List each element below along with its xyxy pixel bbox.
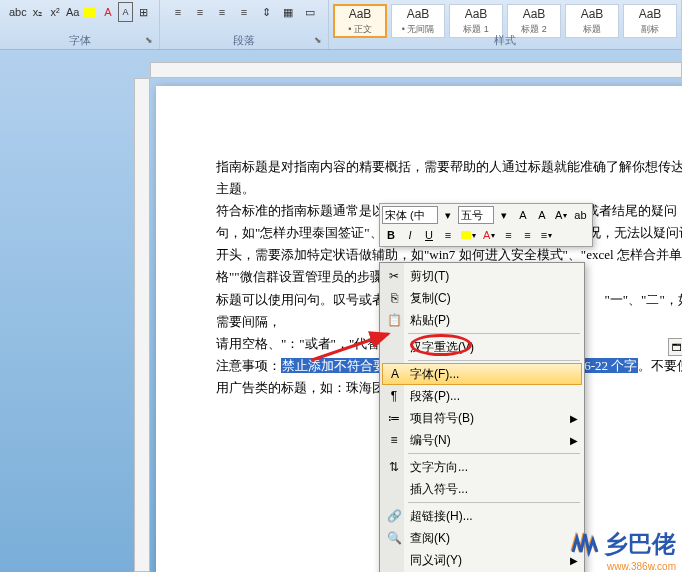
menu-item-insert-symbol[interactable]: 插入符号... xyxy=(382,478,582,500)
watermark-text: 乡巴佬 xyxy=(604,528,676,560)
watermark-url: www.386w.com xyxy=(607,561,676,572)
horizontal-ruler[interactable] xyxy=(150,62,682,78)
mini-toolbar: ▾ ▾ A A A▾ ab B I U ≡ ▾ A▾ ≡ ≡ ≡▾ xyxy=(379,203,593,247)
mini-italic-btn[interactable]: I xyxy=(401,226,419,244)
paragraph-expand-icon[interactable]: ⬊ xyxy=(314,35,326,47)
mini-bold-btn[interactable]: B xyxy=(382,226,400,244)
hanzi-reselect-icon xyxy=(386,339,402,355)
numbering-icon: ≡ xyxy=(386,432,402,448)
menu-item-paragraph[interactable]: ¶段落(P)... xyxy=(382,385,582,407)
font-icon: A xyxy=(387,366,403,382)
subscript-btn[interactable]: x₂ xyxy=(30,2,46,22)
mini-center-btn[interactable]: ≡ xyxy=(439,226,457,244)
menu-item-label: 查阅(K) xyxy=(410,530,450,547)
mini-font-input[interactable] xyxy=(382,206,438,224)
mini-bullets-btn[interactable]: ≡▾ xyxy=(537,226,555,244)
menu-item-synonyms[interactable]: 同义词(Y)▶ xyxy=(382,549,582,571)
menu-separator xyxy=(408,360,580,361)
menu-separator xyxy=(408,453,580,454)
char-border-btn[interactable]: A xyxy=(118,2,134,22)
menu-item-label: 同义词(Y) xyxy=(410,552,462,569)
line-spacing-btn[interactable]: ⇕ xyxy=(256,2,276,22)
synonyms-icon xyxy=(386,552,402,568)
align-right-btn[interactable]: ≡ xyxy=(212,2,232,22)
menu-item-label: 汉字重选(V) xyxy=(410,339,474,356)
menu-item-cut[interactable]: ✂剪切(T) xyxy=(382,265,582,287)
menu-item-paste[interactable]: 📋粘贴(P) xyxy=(382,309,582,331)
menu-item-label: 文字方向... xyxy=(410,459,468,476)
shading-btn[interactable]: ▦ xyxy=(278,2,298,22)
menu-item-numbering[interactable]: ≡编号(N)▶ xyxy=(382,429,582,451)
watermark: 乡巴佬 xyxy=(570,528,676,560)
menu-separator xyxy=(408,502,580,503)
mini-format-painter[interactable]: ab xyxy=(571,206,589,224)
paste-icon: 📋 xyxy=(386,312,402,328)
insert-symbol-icon xyxy=(386,481,402,497)
mini-grow-font[interactable]: A xyxy=(514,206,532,224)
vertical-ruler[interactable] xyxy=(134,78,150,572)
watermark-logo-icon xyxy=(570,529,600,559)
bullets-icon: ≔ xyxy=(386,410,402,426)
menu-item-label: 编号(N) xyxy=(410,432,451,449)
menu-item-label: 插入符号... xyxy=(410,481,468,498)
menu-item-bullets[interactable]: ≔项目符号(B)▶ xyxy=(382,407,582,429)
menu-item-text-direction[interactable]: ⇅文字方向... xyxy=(382,456,582,478)
ribbon: abc x₂ x² Aa A A ⊞ 字体 ⬊ ≡ ≡ ≡ ≡ ⇕ ▦ ▭ 段落… xyxy=(0,0,682,50)
styles-section: AaB• 正文AaB• 无间隔AaB标题 1AaB标题 2AaB标题AaB副标 … xyxy=(329,0,682,49)
font-section: abc x₂ x² Aa A A ⊞ 字体 ⬊ xyxy=(0,0,160,49)
menu-item-hyperlink[interactable]: 🔗超链接(H)... xyxy=(382,505,582,527)
strikethrough-btn[interactable]: abc xyxy=(8,2,28,22)
borders-btn[interactable]: ▭ xyxy=(300,2,320,22)
mini-increase-indent[interactable]: ≡ xyxy=(518,226,536,244)
align-center-btn[interactable]: ≡ xyxy=(190,2,210,22)
submenu-arrow-icon: ▶ xyxy=(570,435,578,446)
text-direction-icon: ⇅ xyxy=(386,459,402,475)
menu-item-hanzi-reselect[interactable]: 汉字重选(V) xyxy=(382,336,582,358)
menu-item-label: 剪切(T) xyxy=(410,268,449,285)
menu-separator xyxy=(408,333,580,334)
mini-size-input[interactable] xyxy=(458,206,494,224)
menu-item-label: 超链接(H)... xyxy=(410,508,473,525)
highlight-btn[interactable] xyxy=(83,2,99,22)
menu-item-label: 段落(P)... xyxy=(410,388,460,405)
font-expand-icon[interactable]: ⬊ xyxy=(145,35,157,47)
change-case-btn[interactable]: Aa xyxy=(65,2,81,22)
cut-icon: ✂ xyxy=(386,268,402,284)
font-color-btn[interactable]: A xyxy=(100,2,116,22)
menu-item-label: 复制(C) xyxy=(410,290,451,307)
copy-icon: ⎘ xyxy=(386,290,402,306)
mini-underline-btn[interactable]: U xyxy=(420,226,438,244)
mini-decrease-indent[interactable]: ≡ xyxy=(499,226,517,244)
paragraph-section-label: 段落 xyxy=(160,33,328,48)
char-shading-btn[interactable]: ⊞ xyxy=(135,2,151,22)
align-justify-btn[interactable]: ≡ xyxy=(234,2,254,22)
superscript-btn[interactable]: x² xyxy=(47,2,63,22)
mini-shrink-font[interactable]: A xyxy=(533,206,551,224)
context-menu: ✂剪切(T)⎘复制(C)📋粘贴(P)汉字重选(V)A字体(F)...¶段落(P)… xyxy=(379,262,585,572)
submenu-arrow-icon: ▶ xyxy=(570,413,578,424)
mini-highlight-btn[interactable]: ▾ xyxy=(458,226,479,244)
menu-item-lookup[interactable]: 🔍查阅(K) xyxy=(382,527,582,549)
paragraph-icon: ¶ xyxy=(386,388,402,404)
menu-item-copy[interactable]: ⎘复制(C) xyxy=(382,287,582,309)
lookup-icon: 🔍 xyxy=(386,530,402,546)
styles-section-label: 样式 xyxy=(329,33,681,48)
hyperlink-icon: 🔗 xyxy=(386,508,402,524)
mini-font-dd[interactable]: ▾ xyxy=(439,206,457,224)
menu-item-label: 字体(F)... xyxy=(410,366,459,383)
menu-item-label: 项目符号(B) xyxy=(410,410,474,427)
mini-style-btn[interactable]: A▾ xyxy=(552,206,570,224)
font-section-label: 字体 xyxy=(0,33,159,48)
smart-tag-icon[interactable]: 🗔 xyxy=(668,338,682,356)
mini-size-dd[interactable]: ▾ xyxy=(495,206,513,224)
menu-item-font[interactable]: A字体(F)... xyxy=(382,363,582,385)
menu-item-label: 粘贴(P) xyxy=(410,312,450,329)
mini-font-color-btn[interactable]: A▾ xyxy=(480,226,498,244)
paragraph-section: ≡ ≡ ≡ ≡ ⇕ ▦ ▭ 段落 ⬊ xyxy=(160,0,329,49)
align-left-btn[interactable]: ≡ xyxy=(168,2,188,22)
